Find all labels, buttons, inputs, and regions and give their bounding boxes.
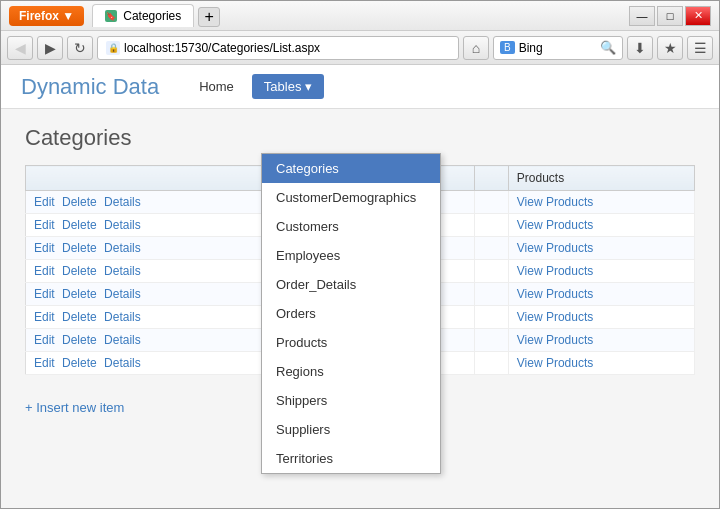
window-controls: — □ ✕: [629, 6, 711, 26]
description-cell: [474, 329, 508, 352]
delete-link[interactable]: Delete: [62, 287, 97, 301]
details-link[interactable]: Details: [104, 264, 141, 278]
description-cell: [474, 306, 508, 329]
edit-link[interactable]: Edit: [34, 287, 55, 301]
nav-home-link[interactable]: Home: [189, 75, 244, 98]
tab-bar: 🔖 Categories +: [92, 4, 629, 27]
delete-link[interactable]: Delete: [62, 241, 97, 255]
products-cell: View Products: [508, 306, 694, 329]
edit-link[interactable]: Edit: [34, 356, 55, 370]
row-actions: Edit Delete Details: [26, 237, 280, 260]
bookmark-button[interactable]: ★: [657, 36, 683, 60]
view-products-link[interactable]: View Products: [517, 195, 593, 209]
delete-link[interactable]: Delete: [62, 310, 97, 324]
products-cell: View Products: [508, 352, 694, 375]
dropdown-item[interactable]: Categories: [262, 154, 440, 183]
dropdown-item[interactable]: Suppliers: [262, 415, 440, 444]
refresh-button[interactable]: ↻: [67, 36, 93, 60]
search-text: Bing: [519, 41, 543, 55]
app-title: Dynamic Data: [21, 74, 159, 100]
delete-link[interactable]: Delete: [62, 195, 97, 209]
col-actions: [26, 166, 280, 191]
details-link[interactable]: Details: [104, 287, 141, 301]
close-button[interactable]: ✕: [685, 6, 711, 26]
firefox-menu-button[interactable]: Firefox ▼: [9, 6, 84, 26]
tables-dropdown-menu: CategoriesCustomerDemographicsCustomersE…: [261, 153, 441, 474]
details-link[interactable]: Details: [104, 218, 141, 232]
search-icon: 🔍: [600, 40, 616, 55]
view-products-link[interactable]: View Products: [517, 287, 593, 301]
download-button[interactable]: ⬇: [627, 36, 653, 60]
products-cell: View Products: [508, 329, 694, 352]
home-button[interactable]: ⌂: [463, 36, 489, 60]
edit-link[interactable]: Edit: [34, 241, 55, 255]
maximize-button[interactable]: □: [657, 6, 683, 26]
page-content: Dynamic Data Home Tables ▾ Categories Ca…: [1, 65, 719, 508]
title-bar: Firefox ▼ 🔖 Categories + — □ ✕: [1, 1, 719, 31]
products-cell: View Products: [508, 191, 694, 214]
dropdown-item[interactable]: Regions: [262, 357, 440, 386]
col-products: Products: [508, 166, 694, 191]
row-actions: Edit Delete Details: [26, 329, 280, 352]
dropdown-item[interactable]: Employees: [262, 241, 440, 270]
description-cell: [474, 260, 508, 283]
view-products-link[interactable]: View Products: [517, 356, 593, 370]
edit-link[interactable]: Edit: [34, 218, 55, 232]
description-cell: [474, 191, 508, 214]
view-products-link[interactable]: View Products: [517, 264, 593, 278]
address-icon: 🔒: [106, 41, 120, 55]
view-products-link[interactable]: View Products: [517, 310, 593, 324]
dropdown-item[interactable]: Shippers: [262, 386, 440, 415]
dropdown-item[interactable]: Territories: [262, 444, 440, 473]
back-button[interactable]: ◀: [7, 36, 33, 60]
delete-link[interactable]: Delete: [62, 333, 97, 347]
insert-new-item-link[interactable]: + Insert new item: [25, 400, 124, 415]
address-bar[interactable]: 🔒 localhost:15730/Categories/List.aspx: [97, 36, 459, 60]
browser-window: Firefox ▼ 🔖 Categories + — □ ✕ ◀ ▶ ↻ 🔒 l…: [0, 0, 720, 509]
view-products-link[interactable]: View Products: [517, 218, 593, 232]
products-cell: View Products: [508, 283, 694, 306]
delete-link[interactable]: Delete: [62, 264, 97, 278]
edit-link[interactable]: Edit: [34, 333, 55, 347]
page-title: Categories: [25, 125, 695, 151]
nav-links: Home Tables ▾: [189, 74, 324, 99]
details-link[interactable]: Details: [104, 356, 141, 370]
details-link[interactable]: Details: [104, 333, 141, 347]
app-header: Dynamic Data Home Tables ▾: [1, 65, 719, 109]
row-actions: Edit Delete Details: [26, 191, 280, 214]
edit-link[interactable]: Edit: [34, 195, 55, 209]
dropdown-item[interactable]: CustomerDemographics: [262, 183, 440, 212]
dropdown-item[interactable]: Customers: [262, 212, 440, 241]
browser-tab[interactable]: 🔖 Categories: [92, 4, 194, 27]
nav-bar: ◀ ▶ ↻ 🔒 localhost:15730/Categories/List.…: [1, 31, 719, 65]
details-link[interactable]: Details: [104, 241, 141, 255]
dropdown-item[interactable]: Order_Details: [262, 270, 440, 299]
row-actions: Edit Delete Details: [26, 260, 280, 283]
menu-button[interactable]: ☰: [687, 36, 713, 60]
edit-link[interactable]: Edit: [34, 310, 55, 324]
details-link[interactable]: Details: [104, 195, 141, 209]
details-link[interactable]: Details: [104, 310, 141, 324]
tab-title: Categories: [123, 9, 181, 23]
row-actions: Edit Delete Details: [26, 283, 280, 306]
dropdown-item[interactable]: Products: [262, 328, 440, 357]
row-actions: Edit Delete Details: [26, 306, 280, 329]
view-products-link[interactable]: View Products: [517, 241, 593, 255]
dropdown-item[interactable]: Orders: [262, 299, 440, 328]
products-cell: View Products: [508, 237, 694, 260]
page-body: Categories CategoryName Products Edit De…: [1, 109, 719, 508]
tables-dropdown-button[interactable]: Tables ▾: [252, 74, 324, 99]
minimize-button[interactable]: —: [629, 6, 655, 26]
search-bar[interactable]: B Bing 🔍: [493, 36, 623, 60]
row-actions: Edit Delete Details: [26, 352, 280, 375]
forward-button[interactable]: ▶: [37, 36, 63, 60]
edit-link[interactable]: Edit: [34, 264, 55, 278]
col-description: [474, 166, 508, 191]
description-cell: [474, 237, 508, 260]
delete-link[interactable]: Delete: [62, 356, 97, 370]
row-actions: Edit Delete Details: [26, 214, 280, 237]
new-tab-button[interactable]: +: [198, 7, 220, 27]
products-cell: View Products: [508, 260, 694, 283]
view-products-link[interactable]: View Products: [517, 333, 593, 347]
delete-link[interactable]: Delete: [62, 218, 97, 232]
